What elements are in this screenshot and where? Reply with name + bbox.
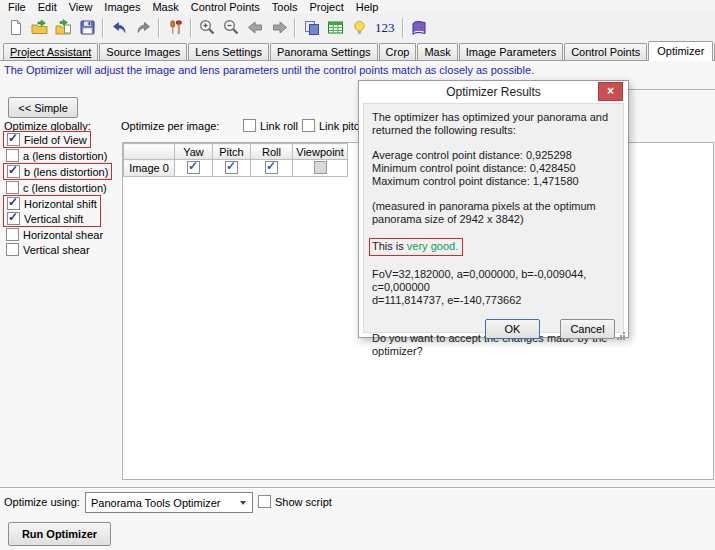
tab-label: Source Images	[106, 46, 180, 58]
tab-image-parameters[interactable]: Image Parameters	[459, 43, 563, 60]
menu-view[interactable]: View	[63, 0, 99, 14]
option-label: Vertical shear	[23, 244, 90, 256]
link-pitch-checkbox[interactable]: Link pitch	[302, 119, 365, 132]
pitch-checkbox-checked[interactable]	[225, 161, 238, 174]
cell-pitch	[213, 160, 251, 177]
checkbox-checked-icon[interactable]	[7, 133, 20, 146]
checkbox-icon[interactable]	[6, 149, 19, 162]
checkbox-checked-icon[interactable]	[7, 165, 20, 178]
min-distance-text: Minimum control point distance: 0,428450	[372, 162, 615, 175]
redo-icon[interactable]	[131, 16, 155, 40]
max-distance-text: Maximum control point distance: 1,471580	[372, 175, 615, 188]
option-horizontal-shear[interactable]: Horizontal shear	[3, 227, 106, 242]
checkbox-icon[interactable]	[6, 243, 19, 256]
tab-label: Panorama Settings	[277, 46, 371, 58]
avg-distance-text: Average control point distance: 0,925298	[372, 149, 615, 162]
checkbox-icon[interactable]	[6, 181, 19, 194]
background-panel-edge	[628, 89, 715, 90]
tab-mask[interactable]: Mask	[417, 43, 457, 60]
menu-tools[interactable]: Tools	[266, 0, 304, 14]
fov-parameters-line1: FoV=32,182000, a=0,000000, b=-0,009044, …	[372, 268, 615, 294]
link-roll-checkbox[interactable]: Link roll	[243, 119, 298, 132]
cell-viewpoint	[293, 160, 348, 177]
tab-label: Lens Settings	[195, 46, 262, 58]
menu-help[interactable]: Help	[350, 0, 385, 14]
simple-mode-button[interactable]: << Simple	[8, 97, 78, 118]
option-vertical-shift[interactable]: Vertical shift	[4, 211, 86, 226]
num-transform-icon[interactable]: 123	[371, 20, 399, 36]
viewpoint-checkbox-disabled[interactable]	[314, 161, 327, 174]
footer-separator	[0, 487, 715, 489]
ok-button[interactable]: OK	[485, 319, 540, 339]
tab-crop[interactable]: Crop	[379, 43, 417, 60]
option-a-lens-distortion[interactable]: a (lens distortion)	[3, 148, 110, 163]
fov-parameters-line2: d=111,814737, e=-140,773662	[372, 294, 615, 307]
option-field-of-view[interactable]: Field of View	[3, 131, 91, 148]
table-header-row: Yaw Pitch Roll Viewpoint	[124, 144, 348, 160]
option-c-lens-distortion[interactable]: c (lens distortion)	[3, 180, 110, 195]
checkbox-checked-icon[interactable]	[7, 212, 20, 225]
toolbar: 123	[0, 14, 715, 41]
tab-label: Crop	[386, 46, 410, 58]
toolbar-separator	[158, 18, 160, 38]
menu-project[interactable]: Project	[304, 0, 350, 14]
optimizer-engine-select[interactable]: Panorama Tools Optimizer	[85, 492, 253, 513]
col-header-roll: Roll	[251, 144, 293, 160]
yaw-checkbox-checked[interactable]	[187, 161, 200, 174]
checkbox-checked-icon[interactable]	[7, 197, 20, 210]
show-script-label: Show script	[275, 496, 332, 508]
link-roll-label: Link roll	[260, 120, 298, 132]
dialog-title: Optimizer Results	[359, 81, 628, 103]
menu-mask[interactable]: Mask	[146, 0, 184, 14]
row-header-image0: Image 0	[124, 160, 175, 177]
tab-optimizer[interactable]: Optimizer	[648, 41, 713, 61]
table-row-image0: Image 0	[124, 160, 348, 177]
optimize-globally-list: Field of View a (lens distortion) b (len…	[3, 131, 112, 257]
close-icon[interactable]: ×	[598, 82, 623, 101]
option-vertical-shear[interactable]: Vertical shear	[3, 242, 93, 257]
checkbox-icon[interactable]	[243, 119, 256, 132]
cancel-button[interactable]: Cancel	[560, 319, 615, 339]
tab-source-images[interactable]: Source Images	[99, 43, 187, 60]
resize-grip[interactable]	[623, 332, 625, 334]
previous-image-icon[interactable]	[243, 16, 267, 40]
checkbox-icon[interactable]	[6, 228, 19, 241]
menu-control-points[interactable]: Control Points	[185, 0, 266, 14]
checkbox-icon[interactable]	[302, 119, 315, 132]
show-images-icon[interactable]	[299, 16, 323, 40]
menu-edit[interactable]: Edit	[32, 0, 63, 14]
option-b-lens-distortion[interactable]: b (lens distortion)	[3, 163, 112, 180]
preview-lightbulb-icon[interactable]	[347, 16, 371, 40]
zoom-in-icon[interactable]	[195, 16, 219, 40]
open-project-icon[interactable]	[27, 16, 51, 40]
checkbox-icon[interactable]	[258, 495, 271, 508]
tab-project-assistant[interactable]: Project Assistant	[3, 43, 98, 60]
save-project-as-icon[interactable]	[51, 16, 75, 40]
optimizer-engine-value: Panorama Tools Optimizer	[86, 497, 240, 509]
toolbar-separator	[190, 18, 192, 38]
dialog-body: The optimizer has optimized your panoram…	[363, 103, 624, 333]
show-script-checkbox[interactable]: Show script	[258, 495, 332, 508]
option-label: Horizontal shift	[24, 198, 97, 210]
tab-panorama-settings[interactable]: Panorama Settings	[270, 43, 378, 60]
option-horizontal-shift[interactable]: Horizontal shift	[4, 196, 100, 211]
menu-file[interactable]: File	[2, 0, 32, 14]
help-book-icon[interactable]	[407, 16, 431, 40]
roll-checkbox-checked[interactable]	[265, 161, 278, 174]
new-project-icon[interactable]	[3, 16, 27, 40]
preferences-tools-icon[interactable]	[163, 16, 187, 40]
next-image-icon[interactable]	[267, 16, 291, 40]
zoom-out-icon[interactable]	[219, 16, 243, 40]
tab-label: Optimizer	[657, 45, 704, 57]
tab-lens-settings[interactable]: Lens Settings	[188, 43, 269, 60]
menu-images[interactable]: Images	[98, 0, 146, 14]
tab-control-points[interactable]: Control Points	[564, 43, 647, 60]
option-label: c (lens distortion)	[23, 182, 107, 194]
toolbar-separator	[102, 18, 104, 38]
run-optimizer-button[interactable]: Run Optimizer	[8, 522, 111, 546]
undo-icon[interactable]	[107, 16, 131, 40]
save-project-icon[interactable]	[75, 16, 99, 40]
measured-note-text: (measured in panorama pixels at the opti…	[372, 200, 615, 226]
image-table-icon[interactable]	[323, 16, 347, 40]
toolbar-separator	[294, 18, 296, 38]
